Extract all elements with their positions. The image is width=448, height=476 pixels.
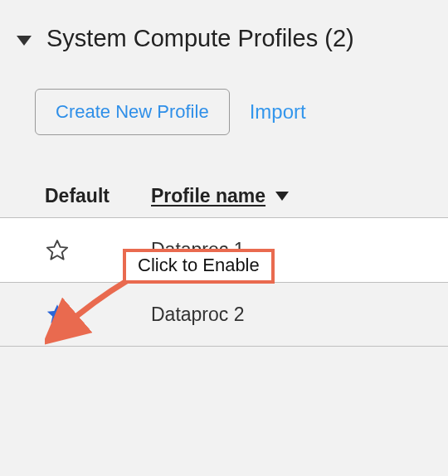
column-header-profile-name[interactable]: Profile name: [151, 185, 289, 207]
sort-desc-icon: [275, 192, 289, 201]
star-filled-icon: [45, 302, 70, 327]
table-row[interactable]: Dataproc 2: [0, 282, 448, 347]
default-toggle-star[interactable]: [45, 238, 70, 263]
column-header-default: Default: [45, 185, 151, 207]
collapse-caret-icon: [17, 36, 32, 46]
profile-name-cell: Dataproc 2: [151, 304, 245, 326]
section-header[interactable]: System Compute Profiles (2): [0, 25, 448, 52]
annotation-label: Click to Enable: [138, 255, 260, 275]
column-header-profile-name-label: Profile name: [151, 185, 265, 207]
annotation-callout: Click to Enable: [123, 249, 275, 284]
section-title: System Compute Profiles (2): [46, 25, 354, 52]
default-toggle-star[interactable]: [45, 302, 70, 327]
import-link[interactable]: Import: [250, 100, 306, 124]
create-new-profile-button[interactable]: Create New Profile: [35, 89, 230, 135]
star-outline-icon: [45, 238, 70, 263]
